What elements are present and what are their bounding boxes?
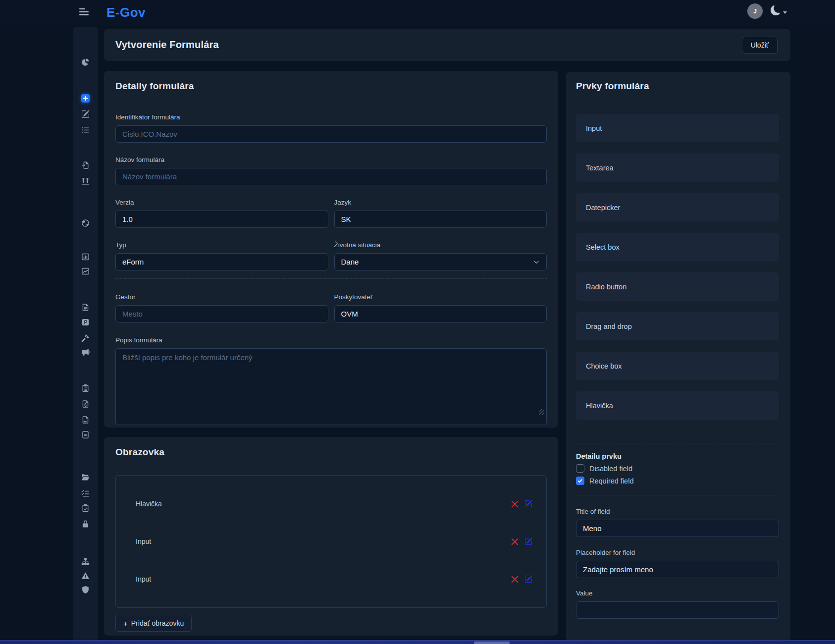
detail-divider	[576, 443, 779, 443]
pie-chart-icon[interactable]	[81, 58, 90, 66]
value-input[interactable]	[576, 601, 779, 619]
page-header: Vytvorenie Formulára Uložiť	[104, 29, 790, 61]
screen-row-label: Input	[136, 537, 151, 545]
file-signature-icon[interactable]	[81, 416, 90, 424]
lock-icon[interactable]	[81, 520, 90, 528]
name-label: Názov formulára	[115, 156, 547, 163]
footer-bar	[0, 640, 835, 644]
required-field-label: Required field	[589, 477, 633, 485]
hamburger-menu-icon[interactable]	[79, 8, 89, 16]
checkbox-unchecked-icon[interactable]	[576, 464, 584, 473]
gestor-input[interactable]	[115, 305, 328, 322]
screen-card: Obrazovka Hlavička Input Input + Prid	[104, 437, 558, 636]
palette-item-draganddrop[interactable]: Drag and drop	[576, 312, 779, 340]
journal-book-icon[interactable]	[81, 430, 90, 439]
bullhorn-icon[interactable]	[81, 348, 90, 356]
checkbox-checked-icon[interactable]	[576, 477, 584, 485]
description-textarea[interactable]	[115, 348, 547, 425]
list-icon[interactable]	[81, 126, 90, 134]
gavel-icon[interactable]	[81, 334, 90, 342]
screen-row-label: Input	[136, 575, 151, 583]
type-input[interactable]	[115, 253, 328, 270]
avatar[interactable]: J	[747, 3, 763, 19]
elements-heading: Prvky formulára	[576, 81, 779, 92]
delete-row-icon[interactable]	[511, 538, 519, 545]
page-title: Vytvorenie Formulára	[115, 39, 219, 51]
file-invoice-dollar-icon[interactable]	[81, 400, 90, 408]
globe-icon[interactable]	[81, 219, 90, 227]
edit-row-icon[interactable]	[524, 575, 532, 583]
theme-toggle[interactable]	[771, 5, 787, 15]
warning-triangle-icon[interactable]	[81, 572, 90, 580]
clipboard-check-icon[interactable]	[81, 504, 90, 512]
vials-icon[interactable]	[81, 177, 90, 185]
title-of-field-label: Title of field	[576, 508, 779, 515]
disabled-field-label: Disabled field	[589, 465, 632, 473]
elements-panel: Prvky formulára Input Textarea Datepicke…	[566, 72, 790, 640]
screen-element-list: Hlavička Input Input	[115, 475, 547, 608]
save-button[interactable]: Uložiť	[742, 37, 778, 54]
sidebar-nav	[73, 27, 98, 644]
form-details-card: Detaily formulára Identifikátor formulár…	[104, 71, 558, 428]
provider-input[interactable]	[334, 305, 547, 322]
identifier-input[interactable]	[115, 125, 547, 143]
plus-icon: +	[123, 620, 128, 627]
topbar: E-Gov J	[0, 0, 835, 25]
required-field-checkbox-row[interactable]: Required field	[576, 477, 779, 485]
gestor-label: Gestor	[115, 293, 328, 301]
pen-to-square-icon[interactable]	[81, 110, 90, 118]
title-of-field-input[interactable]	[576, 520, 779, 537]
version-label: Verzia	[115, 199, 328, 206]
palette-item-textarea[interactable]: Textarea	[576, 154, 779, 182]
detail-divider	[576, 495, 779, 495]
screen-row-label: Hlavička	[136, 500, 162, 508]
language-label: Jazyk	[334, 199, 547, 206]
app-logo[interactable]: E-Gov	[106, 5, 146, 20]
chart-bar-icon[interactable]	[81, 253, 90, 261]
screen-row[interactable]: Input	[136, 562, 532, 596]
screen-heading: Obrazovka	[115, 447, 547, 458]
description-label: Popis formulára	[115, 336, 547, 344]
palette-item-hlavicka[interactable]: Hlavička	[576, 391, 779, 420]
situation-select[interactable]: Dane	[334, 253, 547, 270]
element-palette: Input Textarea Datepicker Select box Rad…	[576, 114, 779, 420]
chevron-down-icon	[533, 259, 540, 266]
language-input[interactable]	[334, 211, 547, 228]
shield-icon[interactable]	[81, 586, 90, 594]
palette-item-input[interactable]: Input	[576, 114, 779, 142]
add-square-icon[interactable]	[81, 94, 90, 103]
clipboard-list-icon[interactable]	[81, 384, 90, 392]
details-heading: Detaily formulára	[115, 81, 547, 92]
palette-item-datepicker[interactable]: Datepicker	[576, 193, 779, 221]
placeholder-for-field-input[interactable]	[576, 561, 779, 578]
folder-open-icon[interactable]	[81, 473, 90, 482]
file-import-icon[interactable]	[81, 161, 90, 169]
parking-square-icon[interactable]	[81, 318, 90, 326]
disabled-field-checkbox-row[interactable]: Disabled field	[576, 464, 779, 473]
element-detail-heading: Detailu prvku	[576, 452, 779, 460]
provider-label: Poskytovateľ	[334, 293, 547, 301]
file-lines-icon[interactable]	[81, 303, 90, 312]
identifier-label: Identifikátor formulára	[115, 113, 547, 121]
sitemap-icon[interactable]	[81, 557, 90, 566]
chart-line-icon[interactable]	[81, 267, 90, 275]
chevron-down-icon	[783, 11, 787, 14]
screen-row[interactable]: Input	[136, 524, 532, 559]
palette-item-selectbox[interactable]: Select box	[576, 233, 779, 261]
situation-label: Životná situácia	[334, 241, 547, 249]
palette-item-radiobutton[interactable]: Radio button	[576, 272, 779, 301]
footer-chip	[474, 642, 510, 644]
name-input[interactable]	[115, 168, 547, 185]
list-check-icon[interactable]	[81, 489, 90, 497]
palette-item-choicebox[interactable]: Choice box	[576, 352, 779, 380]
version-input[interactable]	[115, 211, 328, 228]
section-divider	[115, 278, 547, 279]
add-screen-label: Pridať obrazovku	[131, 619, 184, 627]
delete-row-icon[interactable]	[511, 576, 519, 583]
add-screen-button[interactable]: + Pridať obrazovku	[115, 615, 192, 632]
screen-row[interactable]: Hlavička	[136, 486, 532, 521]
delete-row-icon[interactable]	[511, 500, 519, 508]
placeholder-for-field-label: Placeholder for field	[576, 549, 779, 556]
edit-row-icon[interactable]	[524, 537, 532, 545]
edit-row-icon[interactable]	[524, 500, 532, 508]
